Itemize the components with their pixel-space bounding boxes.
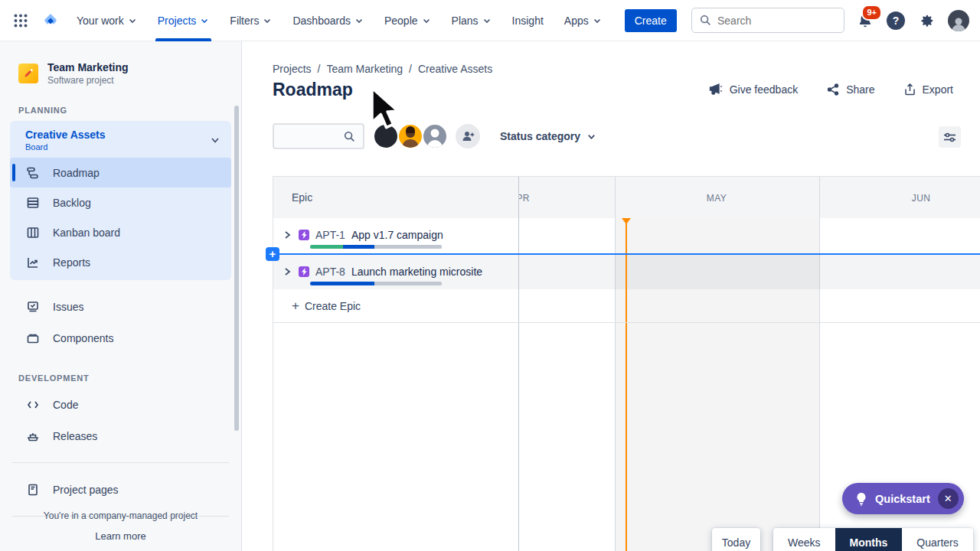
kanban-board-icon	[25, 226, 41, 240]
give-feedback-button[interactable]: Give feedback	[709, 83, 799, 96]
chevron-down-icon	[128, 16, 137, 25]
sidebar-item-project-pages[interactable]: Project pages	[10, 474, 231, 505]
nav-insight[interactable]: Insight	[512, 0, 544, 41]
sidebar-item-code[interactable]: Code	[10, 389, 231, 420]
progress-todo	[374, 245, 442, 249]
section-development: DEVELOPMENT	[18, 373, 223, 383]
settings-button[interactable]	[918, 12, 935, 29]
share-button[interactable]: Share	[827, 83, 874, 96]
sidebar-footer: You're in a company-managed project Lear…	[0, 510, 241, 542]
breadcrumb-team-marketing[interactable]: Team Marketing	[326, 63, 403, 75]
nav-label: Plans	[452, 15, 479, 27]
nav-your-work[interactable]: Your work	[77, 0, 137, 41]
month-label-jun: JUN	[912, 193, 931, 204]
issues-icon	[25, 300, 41, 314]
question-mark-icon: ?	[893, 15, 900, 27]
sidebar-dev-items: Code Releases	[10, 389, 231, 452]
roadmap-search-input[interactable]	[283, 131, 344, 142]
nav-label: Dashboards	[292, 15, 351, 27]
sidebar-item-backlog[interactable]: Backlog	[10, 187, 231, 217]
share-icon	[827, 83, 839, 96]
quickstart-button[interactable]: Quickstart ✕	[842, 483, 964, 514]
nav-plans[interactable]: Plans	[452, 0, 492, 41]
help-button[interactable]: ?	[887, 11, 905, 30]
nav-dashboards[interactable]: Dashboards	[292, 0, 364, 41]
sidebar-item-roadmap[interactable]: Roadmap	[10, 158, 231, 187]
sidebar-item-reports[interactable]: Reports	[10, 247, 231, 277]
nav-people[interactable]: People	[384, 0, 431, 41]
app-switcher-icon[interactable]	[11, 11, 31, 31]
board-group-header[interactable]: Creative Assets Board	[10, 121, 231, 158]
notification-badge: 9+	[861, 5, 882, 21]
unit-quarters[interactable]: Quarters	[902, 528, 972, 551]
today-marker-line	[626, 218, 627, 551]
top-navbar: Your work Projects Filters Dashboards Pe…	[0, 0, 980, 41]
expand-chevron-icon[interactable]	[282, 230, 292, 240]
create-button[interactable]: Create	[625, 9, 677, 32]
progress-todo	[374, 282, 442, 285]
nav-apps[interactable]: Apps	[564, 0, 602, 41]
unit-weeks[interactable]: Weeks	[773, 528, 835, 551]
chevron-down-icon	[482, 16, 492, 25]
breadcrumb-creative-assets[interactable]: Creative Assets	[418, 63, 492, 75]
chevron-down-icon	[210, 135, 220, 145]
section-planning: PLANNING	[18, 106, 223, 115]
give-feedback-label: Give feedback	[730, 83, 799, 96]
epic-title: App v1.7 campaign	[351, 229, 443, 241]
project-type: Software project	[47, 75, 129, 86]
managed-project-note: You're in a company-managed project	[0, 510, 241, 521]
epic-list-column: Epic APT-1 App v1.7 campaign	[273, 177, 519, 551]
table-bottom-border	[273, 322, 980, 323]
chevron-down-icon	[593, 16, 602, 25]
sidebar-divider	[12, 462, 229, 463]
sidebar-item-kanban-board[interactable]: Kanban board	[10, 217, 231, 247]
global-search[interactable]	[691, 8, 844, 33]
sidebar-item-releases[interactable]: Releases	[10, 420, 231, 452]
create-epic-label: Create Epic	[305, 300, 361, 312]
view-settings-button[interactable]	[939, 126, 961, 148]
roadmap-toolbar: Status category	[273, 123, 596, 149]
megaphone-icon	[709, 83, 723, 96]
epic-row-apt-1[interactable]: APT-1 App v1.7 campaign	[273, 218, 518, 254]
lightbulb-icon	[855, 492, 867, 506]
person-icon	[423, 125, 446, 148]
insertion-add-button[interactable]: +	[266, 247, 279, 261]
person-photo	[399, 125, 422, 148]
sidebar-item-components[interactable]: Components	[10, 322, 231, 354]
header-actions: Give feedback Share Export	[709, 83, 953, 96]
learn-more-link[interactable]: Learn more	[95, 530, 145, 542]
avatar-anonymous[interactable]	[422, 123, 448, 149]
add-people-button[interactable]	[456, 124, 480, 148]
quickstart-close-button[interactable]: ✕	[938, 488, 959, 509]
nav-filters[interactable]: Filters	[230, 0, 272, 41]
month-gridline	[615, 177, 616, 551]
epic-column-header: Epic	[273, 177, 518, 218]
export-button[interactable]: Export	[904, 83, 953, 96]
status-category-dropdown[interactable]: Status category	[500, 130, 596, 142]
user-avatar[interactable]	[948, 10, 969, 31]
nav-label: People	[384, 15, 418, 27]
create-epic-button[interactable]: + Create Epic	[273, 289, 518, 322]
avatar-user-2[interactable]	[397, 123, 423, 149]
sidebar-item-issues[interactable]: Issues	[10, 291, 231, 322]
epic-progress-bar	[310, 245, 442, 249]
notifications-button[interactable]: 9+	[857, 12, 874, 29]
unit-months[interactable]: Months	[835, 528, 903, 551]
roadmap-search-box[interactable]	[273, 123, 364, 149]
expand-chevron-icon[interactable]	[282, 266, 292, 277]
jira-logo-icon[interactable]	[41, 11, 60, 30]
nav-projects[interactable]: Projects	[158, 0, 210, 41]
pencil-icon	[23, 68, 34, 79]
search-input[interactable]	[717, 15, 825, 27]
navbar-icon-group: 9+ ?	[857, 10, 969, 31]
epic-row-apt-8[interactable]: APT-8 Launch marketing microsite	[273, 254, 518, 289]
sidebar-scrollbar[interactable]	[234, 106, 239, 431]
quickstart-label: Quickstart	[875, 493, 930, 505]
breadcrumb-separator: /	[318, 63, 321, 75]
today-button[interactable]: Today	[712, 528, 760, 551]
avatar-user-1[interactable]	[373, 123, 399, 149]
chevron-down-icon	[354, 16, 364, 25]
chevron-down-icon	[200, 16, 209, 25]
insertion-indicator-line	[266, 253, 980, 255]
breadcrumb-projects[interactable]: Projects	[273, 63, 312, 75]
